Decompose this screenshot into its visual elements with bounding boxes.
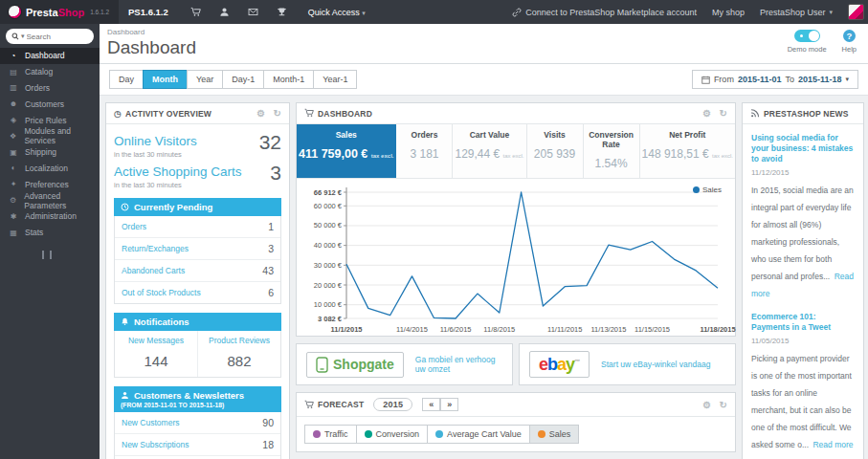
chart-legend-sales[interactable]: Sales: [693, 186, 722, 194]
panel-refresh-icon[interactable]: ↻: [719, 400, 727, 410]
range-day-button[interactable]: Day: [109, 70, 144, 89]
module-ads-row: Shopgate Ga mobiel en verhoog uw omzet e…: [296, 343, 736, 385]
kpi-sales[interactable]: Sales 411 759,00 € tax excl.: [297, 124, 396, 178]
activity-overview-panel: ◷ ACTIVITY OVERVIEW ⚙↻ Online Visitors i…: [105, 102, 290, 459]
kpi-visits[interactable]: Visits 205 939: [527, 124, 584, 178]
search-input[interactable]: [27, 33, 71, 41]
marketplace-connect-link[interactable]: Connect to PrestaShop Marketplace accoun…: [512, 8, 697, 17]
abandoned-carts-link[interactable]: Abandoned Carts: [122, 266, 185, 275]
panel-refresh-icon[interactable]: ↻: [719, 108, 727, 119]
ebay-module-card[interactable]: ebay™ Start uw eBay-winkel vandaag: [519, 343, 736, 385]
forecast-legend-sales[interactable]: Sales: [529, 425, 580, 444]
cart-icon[interactable]: [182, 7, 211, 17]
calendar-icon: [701, 76, 710, 84]
administration-icon: ✱: [9, 212, 18, 221]
notifications-header: Notifications: [114, 313, 281, 331]
preferences-icon: ✦: [9, 180, 18, 188]
svg-text:40 000 €: 40 000 €: [314, 241, 343, 250]
product-reviews-cell[interactable]: Product Reviews 882: [197, 331, 280, 377]
brand-name: PrestaShop: [26, 7, 84, 18]
new-customers-link[interactable]: New Customers: [122, 418, 179, 427]
customer-icon[interactable]: [211, 7, 239, 17]
pending-returns-link[interactable]: Return/Exchanges: [122, 244, 189, 253]
sales-chart: 66 912 €60 000 €50 000 €40 000 €30 000 €…: [304, 183, 727, 336]
shopgate-logo: Shopgate: [306, 352, 404, 378]
panel-settings-icon[interactable]: ⚙: [702, 400, 711, 410]
rss-icon: [750, 108, 760, 119]
sidebar-item-orders[interactable]: ▥Orders: [0, 80, 100, 97]
new-subscriptions-link[interactable]: New Subscriptions: [122, 440, 189, 449]
forecast-legend-traffic[interactable]: Traffic: [304, 425, 357, 444]
forecast-prev-button[interactable]: «: [422, 398, 440, 411]
sidebar-item-administration[interactable]: ✱Administration: [0, 208, 100, 225]
forecast-panel: FORECAST 2015 « » ⚙↻ Traffic Conversi: [296, 392, 736, 452]
table-row: Orders1: [115, 216, 280, 238]
sidebar-item-catalog[interactable]: ▤Catalog: [0, 64, 100, 80]
sidebar-search[interactable]: ▾: [6, 29, 94, 44]
average-cart-value-dot-icon: [435, 430, 443, 438]
date-toolbar: Day Month Year Day-1 Month-1 Year-1 From…: [100, 64, 868, 96]
advanced-parameters-icon: ⚙: [9, 196, 17, 205]
sidebar-item-stats[interactable]: ▦Stats: [0, 225, 100, 241]
online-visitors-value: 32: [259, 132, 281, 152]
quick-access-menu[interactable]: Quick Access ▾: [308, 8, 366, 17]
range-month-button[interactable]: Month: [143, 70, 188, 89]
forecast-next-button[interactable]: »: [440, 398, 458, 411]
svg-text:11/8/2015: 11/8/2015: [483, 325, 515, 334]
shopgate-link[interactable]: Ga mobiel en verhoog uw omzet: [415, 355, 502, 374]
range-day-1-button[interactable]: Day-1: [222, 70, 264, 89]
out-of-stock-link[interactable]: Out of Stock Products: [122, 288, 201, 297]
messages-icon[interactable]: [239, 7, 268, 17]
read-more-link[interactable]: Read more: [812, 440, 853, 449]
range-year-button[interactable]: Year: [187, 70, 223, 89]
panel-settings-icon[interactable]: ⚙: [702, 108, 711, 119]
kpi-orders[interactable]: Orders 3 181: [396, 124, 453, 178]
user-menu[interactable]: PrestaShop User ▾: [760, 8, 833, 17]
active-carts-link[interactable]: Active Shopping Carts: [114, 164, 242, 179]
collapse-menu-icon[interactable]: [42, 251, 52, 259]
kpi-conversion-rate[interactable]: Conversion Rate 1.54%: [584, 124, 640, 178]
kpi-cart-value[interactable]: Cart Value 129,44 € tax excl.: [453, 124, 526, 178]
panel-refresh-icon[interactable]: ↻: [273, 108, 281, 119]
sidebar-item-shipping[interactable]: ▣Shipping: [0, 144, 100, 161]
forecast-legend-average-cart-value[interactable]: Average Cart Value: [427, 425, 530, 444]
range-year-1-button[interactable]: Year-1: [313, 70, 357, 89]
date-range-picker[interactable]: From 2015-11-01 To 2015-11-18 ▾: [692, 70, 858, 89]
search-scope-caret[interactable]: ▾: [21, 33, 25, 40]
sidebar-item-customers[interactable]: ☻Customers: [0, 96, 100, 112]
trophy-icon[interactable]: [268, 7, 297, 17]
pending-orders-link[interactable]: Orders: [122, 222, 146, 231]
news-item-title-link[interactable]: Ecommerce 101: Payments in a Tweet: [751, 312, 855, 333]
sidebar-item-localization[interactable]: ◐Localization: [0, 161, 100, 177]
sales-dot-icon: [538, 430, 545, 438]
kpi-row: Sales 411 759,00 € tax excl. Orders 3 18…: [297, 124, 735, 179]
bell-icon: [121, 317, 129, 326]
svg-text:11/15/2015: 11/15/2015: [634, 325, 670, 334]
prestashop-brand[interactable]: PrestaShop 1.6.1.2: [0, 0, 119, 24]
sidebar-nav: ◔Dashboard ▤Catalog ▥Orders ☻Customers ◈…: [0, 48, 100, 241]
demo-mode-toggle[interactable]: [794, 30, 820, 42]
range-month-1-button[interactable]: Month-1: [263, 70, 314, 89]
modules-icon: ❖: [9, 132, 17, 141]
new-messages-cell[interactable]: New Messages 144: [115, 331, 197, 377]
forecast-legend-conversion[interactable]: Conversion: [356, 425, 429, 444]
svg-text:30 000 €: 30 000 €: [314, 261, 343, 270]
shopgate-module-card[interactable]: Shopgate Ga mobiel en verhoog uw omzet: [296, 343, 513, 385]
my-shop-link[interactable]: My shop: [712, 8, 745, 17]
breadcrumb[interactable]: Dashboard: [107, 28, 858, 36]
notifications-table: New Messages 144 Product Reviews 882: [114, 331, 281, 378]
user-avatar[interactable]: [848, 4, 864, 20]
news-panel-title: PRESTASHOP NEWS: [764, 109, 849, 119]
active-carts-row: Active Shopping Carts in the last 30 min…: [114, 163, 281, 189]
svg-text:11/18/2015: 11/18/2015: [700, 325, 735, 334]
dashboard-panel: DASHBOARD ⚙↻ Sales 411 759,00 € tax excl…: [296, 102, 736, 337]
kpi-net-profit[interactable]: Net Profit 148 918,51 € tax excl.: [640, 124, 735, 178]
ebay-link[interactable]: Start uw eBay-winkel vandaag: [601, 360, 710, 369]
news-item-title-link[interactable]: Using social media for your business: 4 …: [751, 133, 855, 164]
sidebar-item-advanced-parameters[interactable]: ⚙Advanced Parameters: [0, 192, 100, 208]
sidebar-item-dashboard[interactable]: ◔Dashboard: [0, 48, 100, 64]
online-visitors-link[interactable]: Online Visitors: [114, 134, 197, 148]
help-icon[interactable]: ?: [843, 30, 856, 42]
sidebar-item-modules[interactable]: ❖Modules and Services: [0, 128, 100, 144]
panel-settings-icon[interactable]: ⚙: [256, 108, 265, 119]
